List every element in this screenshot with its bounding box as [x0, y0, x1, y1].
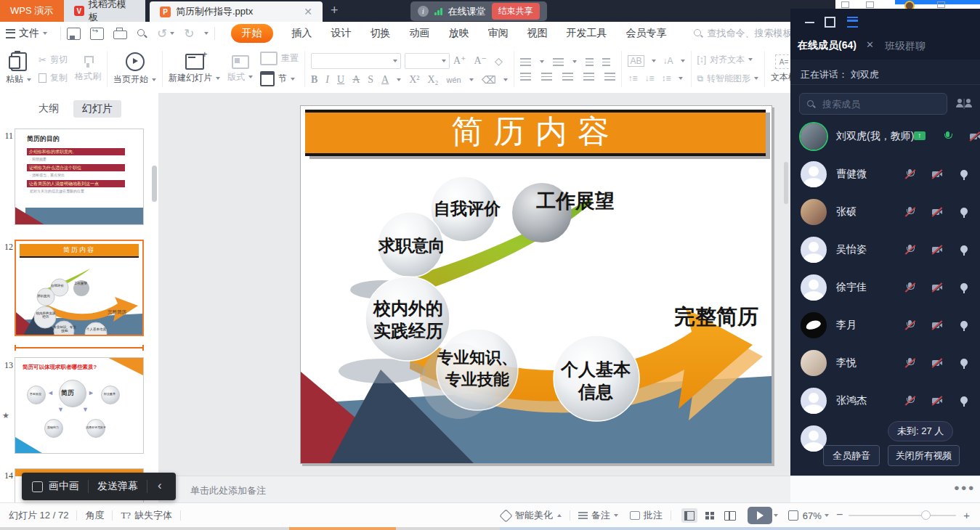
cut-button[interactable]: ✂剪切: [39, 54, 68, 66]
reading-view-button[interactable]: [722, 508, 738, 523]
comments-button[interactable]: 批注: [644, 509, 663, 522]
video-off-icon[interactable]: [931, 244, 943, 256]
bold-icon[interactable]: B: [311, 74, 317, 86]
font-family-select[interactable]: [311, 53, 401, 69]
end-share-button[interactable]: 结束共享: [492, 3, 540, 20]
slideshow-play-button[interactable]: [748, 507, 772, 524]
menu-slideshow[interactable]: 放映: [449, 27, 469, 40]
tab-online-members[interactable]: 在线成员(64): [798, 39, 857, 52]
more-options-icon[interactable]: ●●●: [954, 482, 976, 493]
member-row[interactable]: 李悦: [790, 344, 980, 382]
menu-animation[interactable]: 动画: [410, 27, 430, 40]
close-all-video-button[interactable]: 关闭所有视频: [888, 445, 960, 466]
line-spacing-icon[interactable]: ↕≡: [662, 73, 671, 83]
zoom-in-button[interactable]: +: [963, 509, 970, 521]
undo-caret-icon[interactable]: [170, 32, 174, 35]
video-off-icon[interactable]: [931, 319, 943, 332]
beautify-button[interactable]: 智能美化: [515, 509, 553, 522]
undo-icon[interactable]: ↺: [157, 26, 167, 41]
smart-graphic-button[interactable]: ⧉ 转智能图形: [697, 73, 759, 85]
normal-view-button[interactable]: [681, 508, 697, 523]
zoom-slider-knob[interactable]: [921, 510, 931, 520]
slide-12-thumbnail-current[interactable]: 简历内容 自我评价 工作展望 求职意向 校内外的实践经历 专业知识、专业技能 个…: [15, 240, 144, 336]
mic-off-icon[interactable]: [904, 282, 916, 294]
mic-off-icon[interactable]: [904, 168, 916, 181]
increase-font-icon[interactable]: A⁺: [453, 54, 466, 67]
print-icon[interactable]: [113, 30, 127, 39]
video-off-icon[interactable]: [931, 206, 943, 219]
text-direction-icon[interactable]: AB: [628, 55, 644, 67]
menu-member[interactable]: 会员专享: [626, 27, 667, 40]
minimize-icon[interactable]: [805, 22, 814, 23]
text-rotate-icon[interactable]: ↓A: [663, 56, 673, 66]
current-slide[interactable]: 简历内容: [300, 105, 772, 464]
section-button[interactable]: 节: [260, 71, 299, 86]
reward-flower-icon[interactable]: [958, 395, 970, 407]
play-from-current-button[interactable]: 当页开始: [113, 52, 156, 86]
reward-flower-icon[interactable]: [958, 319, 970, 332]
zoom-slider[interactable]: [849, 515, 956, 516]
member-filter-icon[interactable]: [956, 97, 972, 110]
zoom-percent[interactable]: 67%: [803, 510, 822, 521]
find-icon[interactable]: [137, 28, 147, 39]
align-right-icon[interactable]: [562, 73, 573, 81]
menu-transition[interactable]: 切换: [370, 27, 391, 40]
missing-font-button[interactable]: 缺失字体: [134, 509, 172, 522]
line-spacing-down-icon[interactable]: ↓≡: [645, 73, 655, 83]
menu-design[interactable]: 设计: [331, 27, 352, 40]
close-tab-icon[interactable]: ✕: [304, 6, 312, 17]
menu-review[interactable]: 审阅: [488, 27, 509, 40]
mic-off-icon[interactable]: [904, 395, 916, 407]
notes-toggle-button[interactable]: 备注: [591, 509, 610, 522]
video-off-icon[interactable]: [969, 131, 980, 143]
panel-scrollbar[interactable]: [152, 166, 157, 202]
member-row[interactable]: 张鸿杰: [790, 382, 980, 420]
decrease-font-icon[interactable]: A⁻: [474, 54, 487, 67]
member-row[interactable]: 吴怡姿: [790, 231, 980, 269]
menu-view[interactable]: 视图: [527, 27, 548, 40]
italic-icon[interactable]: I: [325, 74, 329, 86]
more-commands-icon[interactable]: [204, 32, 208, 35]
reward-flower-icon[interactable]: [958, 282, 970, 294]
decrease-indent-icon[interactable]: [586, 58, 594, 66]
tab-docer-templates[interactable]: V 找稻壳模板: [64, 0, 145, 22]
mic-off-icon[interactable]: [904, 206, 916, 219]
maximize-icon[interactable]: [825, 17, 835, 28]
reset-button[interactable]: 重置: [260, 52, 299, 65]
tab-class-chat[interactable]: 班级群聊: [885, 40, 926, 53]
reward-flower-icon[interactable]: [958, 206, 970, 219]
play-options-caret-icon[interactable]: [774, 514, 778, 517]
mic-off-icon[interactable]: [904, 319, 916, 332]
reward-flower-icon[interactable]: [958, 168, 970, 181]
chevron-up-icon[interactable]: [557, 514, 562, 517]
align-center-icon[interactable]: [541, 73, 552, 81]
slide-editor-canvas[interactable]: 简历内容: [158, 93, 790, 476]
align-text-button[interactable]: [↕] 对齐文本: [697, 54, 753, 66]
mic-off-icon[interactable]: [904, 357, 916, 370]
mic-on-icon[interactable]: [942, 131, 954, 143]
info-icon[interactable]: i: [418, 6, 429, 17]
clear-format-icon[interactable]: ◇: [495, 55, 503, 67]
reward-flower-icon[interactable]: [958, 244, 970, 256]
align-left-icon[interactable]: [520, 73, 531, 81]
superscript-icon[interactable]: X²: [409, 74, 419, 86]
slide-sorter-button[interactable]: [702, 508, 718, 523]
collapse-chevron-icon[interactable]: ‹: [158, 478, 162, 493]
new-tab-button[interactable]: +: [331, 3, 339, 18]
highlight-icon[interactable]: ⌫: [482, 74, 496, 86]
chevron-down-icon[interactable]: [614, 514, 618, 517]
pinyin-guide-icon[interactable]: wén: [447, 76, 461, 84]
sidebar-menu-icon[interactable]: [847, 17, 858, 28]
menu-devtools[interactable]: 开发工具: [567, 27, 607, 40]
tab-outline[interactable]: 大纲: [37, 100, 60, 118]
mic-off-icon[interactable]: [904, 244, 916, 256]
member-search-input[interactable]: [821, 98, 933, 110]
video-off-icon[interactable]: [931, 395, 943, 407]
export-icon[interactable]: [90, 28, 104, 40]
slide-11-thumbnail[interactable]: 简历的目的 介绍你和你的求职意向, · 简明扼要 证明你为什么适合这个职位 · …: [15, 129, 144, 225]
zoom-out-button[interactable]: −: [836, 508, 843, 521]
layout-button[interactable]: 版式: [227, 55, 253, 83]
video-off-icon[interactable]: [931, 282, 943, 294]
format-painter-button[interactable]: 格式刷: [75, 55, 101, 83]
restore-window-icon[interactable]: [937, 1, 945, 8]
